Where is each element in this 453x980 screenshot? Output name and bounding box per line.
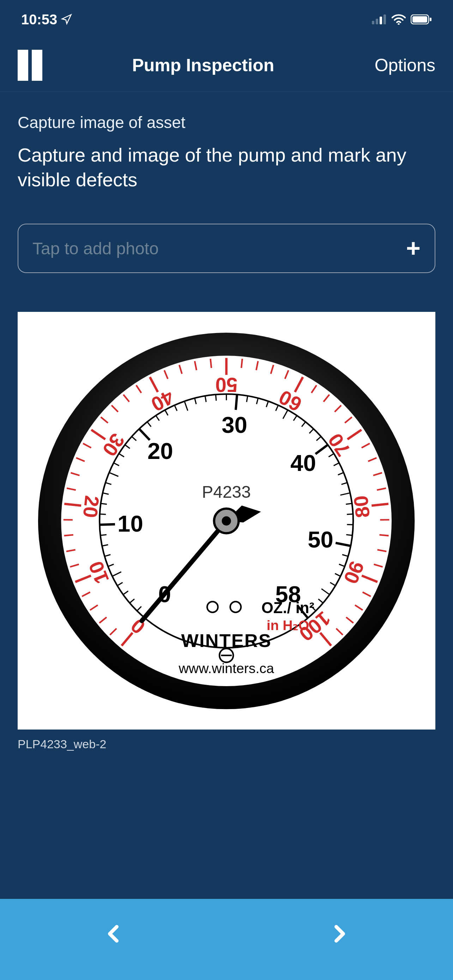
options-button[interactable]: Options: [375, 55, 436, 75]
gauge-outer-unit: in H₂O: [267, 618, 309, 633]
gauge-graphic: 0102030405060708090100 0102030405058 P42…: [34, 329, 418, 713]
svg-line-120: [347, 514, 353, 514]
svg-line-122: [347, 535, 353, 535]
svg-line-52: [380, 535, 389, 536]
asset-image-caption: PLP4233_web-2: [17, 737, 436, 751]
status-time: 10:53: [21, 12, 57, 27]
chevron-left-icon: [103, 923, 124, 944]
svg-rect-6: [412, 16, 427, 22]
page-title: Pump Inspection: [32, 55, 375, 75]
svg-text:40: 40: [290, 450, 316, 476]
svg-rect-0: [372, 21, 374, 24]
svg-line-34: [211, 359, 212, 368]
svg-rect-3: [383, 14, 386, 24]
wifi-icon: [392, 14, 406, 25]
svg-line-84: [100, 514, 106, 514]
svg-rect-2: [380, 17, 382, 24]
svg-line-18: [64, 535, 73, 536]
svg-text:10: 10: [118, 511, 143, 536]
svg-line-36: [242, 359, 243, 368]
footer-nav: [0, 899, 453, 980]
plus-icon: +: [406, 234, 421, 262]
svg-text:20: 20: [148, 438, 173, 463]
gauge-model: P4233: [202, 483, 251, 501]
status-indicators: [372, 14, 432, 25]
svg-line-121: [347, 525, 353, 525]
svg-line-82: [100, 535, 106, 535]
svg-line-103: [236, 395, 237, 410]
section-label: Capture image of asset: [17, 113, 436, 132]
section-description: Capture and image of the pump and mark a…: [17, 143, 436, 192]
cellular-icon: [372, 14, 387, 24]
svg-rect-1: [376, 19, 378, 24]
asset-image-card: 0102030405060708090100 0102030405058 P42…: [17, 312, 436, 751]
next-button[interactable]: [329, 923, 350, 945]
add-photo-placeholder: Tap to add photo: [32, 239, 159, 258]
gauge-inner-unit: OZ./ in²: [261, 599, 314, 616]
location-icon: [61, 14, 72, 25]
app-header: Pump Inspection Options: [0, 39, 453, 92]
chevron-right-icon: [329, 923, 350, 944]
svg-point-4: [397, 23, 399, 25]
svg-line-101: [216, 395, 216, 400]
svg-text:50: 50: [215, 374, 237, 396]
svg-rect-7: [430, 18, 431, 21]
battery-icon: [411, 14, 432, 24]
main-content: Capture image of asset Capture and image…: [0, 92, 453, 751]
asset-image[interactable]: 0102030405060708090100 0102030405058 P42…: [17, 312, 436, 730]
prev-button[interactable]: [103, 923, 124, 945]
add-photo-button[interactable]: Tap to add photo +: [17, 224, 436, 273]
svg-text:50: 50: [308, 527, 334, 552]
status-time-group: 10:53: [21, 12, 72, 27]
svg-text:30: 30: [222, 412, 248, 438]
svg-point-146: [222, 516, 231, 525]
svg-line-83: [100, 524, 115, 525]
status-bar: 10:53: [0, 0, 453, 39]
